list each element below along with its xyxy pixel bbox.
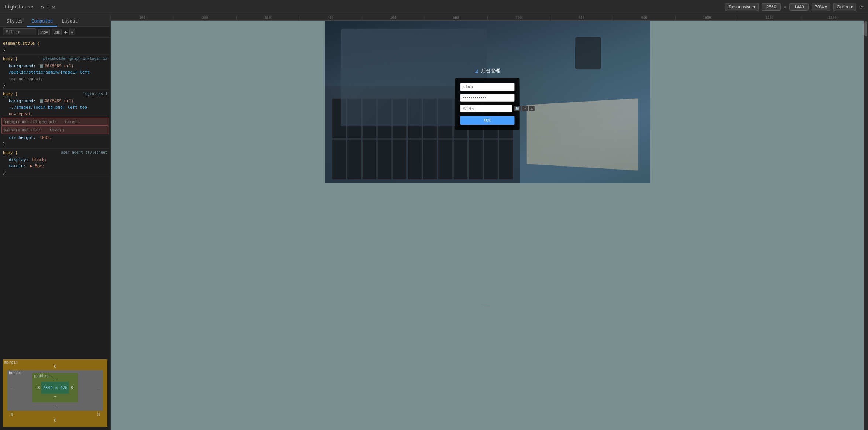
ruler-mark: 900 [613, 16, 675, 20]
ruler-mark: 1100 [738, 16, 801, 20]
close-icon[interactable]: × [52, 4, 55, 10]
ruler-mark: 1200 [801, 16, 864, 20]
zoom-button[interactable]: 70% ▾ [812, 3, 830, 11]
css-rule-element-style: element.style { } [0, 39, 110, 55]
css-closing-brace: } [0, 82, 110, 89]
width-input[interactable] [762, 3, 781, 11]
css-rule-body-1: body { —placeholder—graph.in/login:15 ba… [0, 55, 110, 90]
css-closing-brace: } [0, 170, 110, 176]
css-source-2: login.css:1 [83, 91, 107, 98]
box-model-padding: padding- – 8 2544 × 426 8 – [32, 373, 78, 402]
main-layout: Styles Computed Layout :hov .cls + ⊟ ele… [0, 14, 868, 430]
css-panel: element.style { } body { —placeholder—gr… [0, 38, 110, 356]
ruler-mark: 700 [487, 16, 550, 20]
cls-filter-button[interactable]: .cls [52, 29, 62, 35]
key [347, 139, 361, 180]
box-model-margin: margin 8 border – padding- – 8 2544 × 42… [3, 359, 107, 427]
key [469, 139, 483, 180]
css-property-margin: margin: ▶ 8px; [0, 163, 110, 170]
app-title: Lighthouse [4, 4, 33, 10]
padding-left-value[interactable]: 8 [35, 385, 41, 390]
devtools-tabs: Styles Computed Layout [0, 14, 110, 27]
captcha-refresh-button[interactable]: 🔄 [514, 106, 521, 111]
rotate-icon[interactable]: ⟳ [859, 4, 864, 10]
dots-icon[interactable]: ⋮ [45, 4, 51, 10]
key [392, 139, 407, 180]
ruler-mark: 1000 [675, 16, 738, 20]
css-source-3: user agent stylesheet [61, 150, 107, 156]
key [499, 139, 513, 180]
height-input[interactable] [789, 3, 809, 11]
ruler-mark: 600 [425, 16, 487, 20]
responsive-button[interactable]: Responsive ▾ [725, 3, 759, 11]
login-title: 后台管理 [481, 68, 500, 74]
css-selector: body { [3, 150, 18, 156]
css-property-bg-repeat: no-repeat; [0, 111, 110, 117]
box-model-border: border – padding- – 8 2544 × 426 8 [7, 370, 103, 411]
top-bar: Lighthouse ⚙ ⋮ × Responsive ▾ × 70% ▾ On… [0, 0, 868, 14]
css-rule-body-2: body { login.css:1 background: #6f8489 u… [0, 90, 110, 149]
color-swatch[interactable] [40, 64, 43, 68]
key [408, 139, 422, 180]
captcha-input[interactable] [460, 105, 512, 112]
margin-bottom-value[interactable]: 8 [7, 418, 103, 423]
hov-filter-button[interactable]: :hov [38, 29, 50, 35]
css-selector: element.style { [3, 40, 40, 47]
bottom-handle: —— [484, 303, 491, 310]
ruler-mark: 800 [550, 16, 613, 20]
captcha-triangle-button[interactable]: △ [529, 106, 535, 111]
ruler-mark: 100 [111, 16, 174, 20]
key [438, 139, 452, 180]
key [484, 139, 498, 180]
padding-bottom-value[interactable]: – [35, 394, 75, 399]
key [453, 139, 468, 180]
css-selector: body { [3, 56, 18, 62]
tab-layout[interactable]: Layout [57, 16, 82, 27]
password-input[interactable] [460, 94, 514, 102]
scrollbar-thumb[interactable] [864, 21, 867, 36]
login-container: ⊿ 后台管理 🔄 ⚠ △ [455, 68, 519, 130]
css-rule-body-3: body { user agent stylesheet display: bl… [0, 149, 110, 177]
tab-styles[interactable]: Styles [2, 16, 27, 27]
key [377, 139, 392, 180]
color-swatch-2[interactable] [40, 99, 43, 103]
layout-toggle-button[interactable]: ⊟ [69, 29, 75, 35]
border-label: border [9, 371, 22, 375]
right-scrollbar[interactable] [864, 14, 868, 430]
username-input[interactable] [460, 83, 514, 91]
key [362, 139, 377, 180]
border-left-value: – [10, 385, 13, 390]
css-property-bg-url-1: /public/static/admin/image…) left [0, 69, 110, 76]
css-property-min-height: min-height: 100%; [0, 134, 110, 141]
border-right-value: – [97, 385, 100, 390]
ruler-top: 100 200 300 400 500 600 700 800 900 1000… [111, 14, 864, 21]
css-selector: body { [3, 91, 18, 98]
login-submit-button[interactable]: 登录 [460, 116, 514, 125]
tab-computed[interactable]: Computed [27, 16, 57, 27]
css-property-display: display: block; [0, 157, 110, 163]
captcha-warn-button[interactable]: ⚠ [522, 106, 528, 111]
css-source-1: —placeholder—graph.in/login:15 [41, 56, 107, 62]
margin-top-value[interactable]: 8 [7, 364, 103, 369]
css-property-bg-pos-1: top no-repeat; [0, 76, 110, 82]
online-button[interactable]: Online ▾ [833, 3, 856, 11]
notebook-area [527, 98, 638, 171]
captcha-row: 🔄 ⚠ △ [460, 105, 514, 112]
margin-right-value[interactable]: 8 [96, 412, 102, 417]
box-model-section: margin 8 border – padding- – 8 2544 × 42… [0, 356, 110, 430]
phone-area [575, 37, 601, 69]
page-content: ⊿ 后台管理 🔄 ⚠ △ [325, 21, 650, 183]
css-property-bg-url-2: ../images/login-bg.png) left top [0, 104, 110, 111]
gear-icon[interactable]: ⚙ [41, 4, 44, 10]
add-filter-button[interactable]: + [64, 29, 67, 35]
css-highlighted-attachment: background-attachment: fixed; [1, 118, 109, 126]
border-bottom-value: – [10, 403, 100, 408]
filter-input[interactable] [3, 28, 36, 35]
css-closing-brace: } [0, 47, 110, 54]
padding-right-value[interactable]: 8 [69, 385, 75, 390]
page-preview-area: ⊿ 后台管理 🔄 ⚠ △ [111, 21, 864, 430]
css-closing-brace: } [0, 141, 110, 147]
key [423, 139, 437, 180]
dimension-separator: × [784, 4, 786, 10]
margin-left-value[interactable]: 8 [9, 412, 15, 417]
